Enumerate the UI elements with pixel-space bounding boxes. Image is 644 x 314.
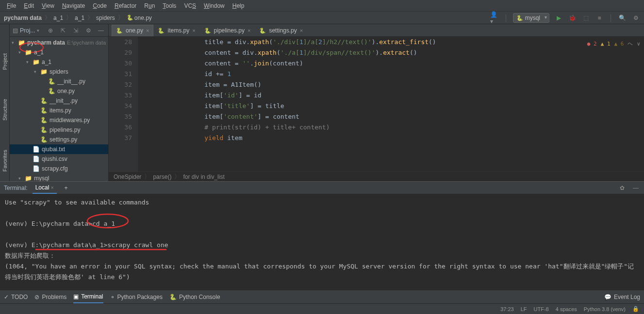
editor-tab[interactable]: 🐍one.py× bbox=[112, 25, 153, 36]
project-view-icon: ▤ bbox=[13, 27, 18, 34]
error-indicator[interactable]: ● 2 bbox=[587, 39, 597, 49]
warning-indicator[interactable]: ▲ 1 bbox=[601, 39, 611, 49]
code-line[interactable]: item['content'] = content bbox=[144, 111, 644, 122]
tool-structure-tab[interactable]: Structure bbox=[2, 99, 8, 121]
run-with-coverage-button[interactable]: ⬚ bbox=[581, 14, 590, 22]
event-log[interactable]: 💬 Event Log bbox=[604, 294, 640, 300]
breadcrumb-file[interactable]: one.py bbox=[134, 15, 152, 21]
indent-info[interactable]: 4 spaces bbox=[556, 306, 577, 312]
tree-item[interactable]: 🐍settings.py bbox=[10, 135, 108, 144]
menu-vcs[interactable]: VCS bbox=[180, 2, 200, 9]
breadcrumb-item[interactable]: a_1 bbox=[75, 15, 84, 21]
gear-icon[interactable]: ✿ bbox=[618, 184, 627, 192]
menu-window[interactable]: Window bbox=[200, 2, 229, 9]
gear-icon[interactable]: ⚙ bbox=[84, 26, 93, 35]
tree-item[interactable]: 📄scrapy.cfg bbox=[10, 164, 108, 173]
locate-icon[interactable]: ⊕ bbox=[46, 26, 55, 35]
close-icon[interactable]: × bbox=[146, 28, 149, 33]
tree-item[interactable]: 🐍items.py bbox=[10, 106, 108, 115]
tool-project-tab[interactable]: Project bbox=[2, 53, 8, 70]
tree-item[interactable]: ▾📁mysql bbox=[10, 173, 108, 181]
terminal-output[interactable]: Use "scrapy" to see available commands (… bbox=[0, 194, 644, 290]
editor-tab[interactable]: 🐍items.py× bbox=[153, 25, 199, 36]
menu-refactor[interactable]: Refactor bbox=[111, 2, 140, 9]
code-line[interactable]: item['id'] = id bbox=[144, 90, 644, 101]
python-icon: 🐍 bbox=[516, 15, 523, 21]
menu-file[interactable]: File bbox=[3, 2, 20, 9]
line-separator[interactable]: LF bbox=[521, 306, 527, 312]
tree-item[interactable]: 🐍__init__.py bbox=[10, 96, 108, 106]
tool-problems[interactable]: ⊘ Problems bbox=[34, 294, 66, 300]
menu-code[interactable]: Code bbox=[89, 2, 111, 9]
tool-todo[interactable]: ✓ TODO bbox=[4, 294, 28, 300]
tool-python-console[interactable]: 🐍 Python Console bbox=[169, 294, 220, 300]
menu-edit[interactable]: Edit bbox=[20, 2, 38, 9]
dropdown-icon[interactable]: ▾ bbox=[37, 28, 39, 33]
file-encoding[interactable]: UTF-8 bbox=[534, 306, 549, 312]
menu-navigate[interactable]: Navigate bbox=[58, 2, 89, 9]
tree-item[interactable]: 📄qiushi.csv bbox=[10, 154, 108, 164]
tree-item[interactable]: 🐍one.py bbox=[10, 86, 108, 96]
close-icon[interactable]: × bbox=[300, 28, 303, 33]
tree-item[interactable]: ▾📁a_1 bbox=[10, 57, 108, 67]
settings-button[interactable]: ⚙ bbox=[631, 14, 640, 22]
code-line[interactable]: # print(str(id) + title+ content) bbox=[144, 122, 644, 133]
terminal-tab-local[interactable]: Local × bbox=[33, 182, 57, 194]
hide-icon[interactable]: — bbox=[631, 184, 640, 192]
expand-all-icon[interactable]: ⇱ bbox=[59, 26, 67, 35]
breadcrumb-item[interactable]: spiders bbox=[96, 15, 115, 21]
breadcrumb-block[interactable]: for div in div_list bbox=[183, 173, 224, 180]
tree-item[interactable]: 🐍pipelines.py bbox=[10, 125, 108, 135]
tree-item[interactable]: 🐍__init__.py bbox=[10, 77, 108, 86]
editor-tab[interactable]: 🐍settings.py× bbox=[255, 25, 307, 36]
menu-help[interactable]: Help bbox=[229, 2, 248, 9]
project-panel-header: ▤ Proj... ▾ ⊕ ⇱ ⇲ ⚙ — bbox=[10, 24, 108, 37]
close-icon[interactable]: × bbox=[192, 28, 195, 33]
tree-item[interactable]: 📄qiubai.txt bbox=[10, 144, 108, 154]
tool-favorites-tab[interactable]: Favorites bbox=[2, 150, 8, 172]
tree-item[interactable]: 🐍middlewares.py bbox=[10, 115, 108, 125]
editor-tab[interactable]: 🐍pipelines.py× bbox=[200, 25, 255, 36]
tree-root[interactable]: ▾📁 pycharm data E:\pycharm data bbox=[10, 38, 108, 47]
run-config-selector[interactable]: 🐍 mysql bbox=[513, 13, 549, 23]
code-line[interactable]: title = div.xpath('./div[1]/a[2]/h2//tex… bbox=[144, 37, 644, 47]
menu-bar: File Edit View Navigate Code Refactor Ru… bbox=[0, 0, 644, 12]
collapse-all-icon[interactable]: ⇲ bbox=[71, 26, 80, 35]
navigation-bar: pycharm data 〉 a_1 〉 a_1 〉 spiders 〉 🐍 o… bbox=[0, 12, 644, 24]
code-line[interactable]: item['title'] = title bbox=[144, 101, 644, 111]
breadcrumb-item[interactable]: a_1 bbox=[53, 15, 63, 21]
lock-icon[interactable]: 🔒 bbox=[632, 306, 639, 312]
code-line[interactable]: yield item bbox=[144, 133, 644, 143]
tool-python-packages[interactable]: ⚬ Python Packages bbox=[110, 294, 163, 300]
run-button[interactable]: ▶ bbox=[554, 14, 563, 22]
close-icon[interactable]: × bbox=[248, 28, 250, 33]
debug-button[interactable]: 🐞 bbox=[568, 14, 577, 22]
code-line[interactable]: item = A1Item() bbox=[144, 79, 644, 90]
code-line[interactable]: content = div.xpath('./a[1]/div/span//te… bbox=[144, 47, 644, 58]
breadcrumb-class[interactable]: OneSpider bbox=[114, 173, 141, 180]
inspection-indicators[interactable]: ● 2 ▲ 1 ▲ 6 ヘ ∨ bbox=[587, 39, 640, 49]
search-everywhere-button[interactable]: 🔍 bbox=[618, 14, 627, 22]
code-editor[interactable]: ● 2 ▲ 1 ▲ 6 ヘ ∨ 28293031323334353637 tit… bbox=[109, 37, 644, 172]
breadcrumb-method[interactable]: parse() bbox=[153, 173, 171, 180]
project-panel-title[interactable]: Proj... bbox=[20, 27, 35, 34]
add-terminal-button[interactable]: + bbox=[62, 183, 71, 193]
interpreter-info[interactable]: Python 3.8 (venv) bbox=[584, 306, 626, 312]
tool-terminal[interactable]: ▣ Terminal bbox=[73, 290, 103, 303]
chevron-up-icon[interactable]: ヘ bbox=[627, 39, 633, 49]
tree-item[interactable]: ▾📁a_1 bbox=[10, 47, 108, 57]
menu-run[interactable]: Run bbox=[140, 2, 159, 9]
menu-tools[interactable]: Tools bbox=[159, 2, 180, 9]
weak-warning-indicator[interactable]: ▲ 6 bbox=[614, 39, 624, 49]
caret-position[interactable]: 37:23 bbox=[500, 306, 514, 312]
code-line[interactable]: content = ''.join(content) bbox=[144, 58, 644, 69]
stop-button[interactable]: ■ bbox=[595, 14, 604, 22]
menu-view[interactable]: View bbox=[38, 2, 58, 9]
breadcrumb-root[interactable]: pycharm data bbox=[4, 15, 42, 21]
hide-icon[interactable]: — bbox=[97, 26, 105, 35]
tree-item[interactable]: ▾📁spiders bbox=[10, 67, 108, 77]
user-icon[interactable]: 👤▾ bbox=[490, 14, 499, 22]
code-line[interactable]: id += 1 bbox=[144, 69, 644, 79]
project-tree[interactable]: ▾📁 pycharm data E:\pycharm data ▾📁a_1▾📁a… bbox=[10, 37, 108, 181]
chevron-down-icon[interactable]: ∨ bbox=[637, 39, 640, 49]
